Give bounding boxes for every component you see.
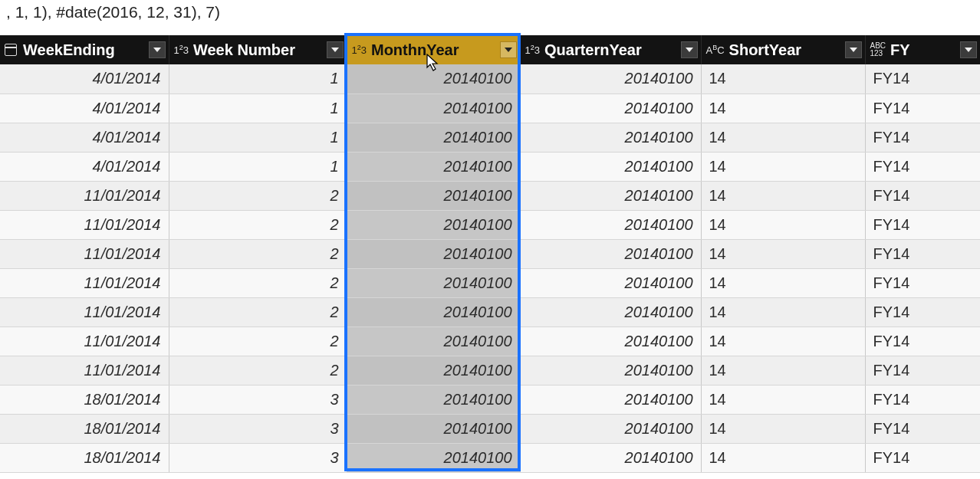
cell[interactable]: 20140100 bbox=[520, 356, 701, 385]
column-header-monthnyear[interactable]: 123MonthnYear bbox=[347, 35, 520, 64]
cell[interactable]: 4/01/2014 bbox=[0, 94, 169, 123]
table-row[interactable]: 11/01/20142201401002014010014FY14 bbox=[0, 326, 980, 356]
cell[interactable]: FY14 bbox=[865, 210, 980, 239]
cell[interactable]: 20140100 bbox=[520, 297, 701, 326]
cell[interactable]: 20140100 bbox=[520, 326, 701, 356]
cell[interactable]: FY14 bbox=[865, 385, 980, 414]
column-header-week-number[interactable]: 123Week Number bbox=[169, 35, 347, 64]
cell[interactable]: 20140100 bbox=[347, 356, 520, 385]
cell[interactable]: FY14 bbox=[865, 326, 980, 356]
cell[interactable]: 20140100 bbox=[520, 239, 701, 268]
cell[interactable]: 3 bbox=[169, 385, 347, 414]
cell[interactable]: 1 bbox=[169, 94, 347, 123]
formula-bar[interactable]: , 1, 1), #date(2016, 12, 31), 7) bbox=[0, 0, 980, 35]
cell[interactable]: 20140100 bbox=[347, 64, 520, 94]
cell[interactable]: 20140100 bbox=[347, 297, 520, 326]
table-row[interactable]: 4/01/20141201401002014010014FY14 bbox=[0, 94, 980, 123]
cell[interactable]: 3 bbox=[169, 414, 347, 443]
table-row[interactable]: 4/01/20141201401002014010014FY14 bbox=[0, 123, 980, 152]
cell[interactable]: 2 bbox=[169, 356, 347, 385]
cell[interactable]: 14 bbox=[701, 123, 865, 152]
filter-dropdown-icon[interactable] bbox=[960, 41, 977, 58]
cell[interactable]: 20140100 bbox=[347, 414, 520, 443]
table-row[interactable]: 11/01/20142201401002014010014FY14 bbox=[0, 356, 980, 385]
cell[interactable]: FY14 bbox=[865, 268, 980, 297]
cell[interactable]: 20140100 bbox=[520, 414, 701, 443]
cell[interactable]: FY14 bbox=[865, 356, 980, 385]
cell[interactable]: 14 bbox=[701, 64, 865, 94]
table-row[interactable]: 11/01/20142201401002014010014FY14 bbox=[0, 297, 980, 326]
cell[interactable]: 2 bbox=[169, 239, 347, 268]
table-row[interactable]: 18/01/20143201401002014010014FY14 bbox=[0, 414, 980, 443]
cell[interactable]: 11/01/2014 bbox=[0, 181, 169, 210]
cell[interactable]: FY14 bbox=[865, 64, 980, 94]
cell[interactable]: 14 bbox=[701, 385, 865, 414]
cell[interactable]: 3 bbox=[169, 443, 347, 472]
cell[interactable]: 18/01/2014 bbox=[0, 385, 169, 414]
cell[interactable]: 20140100 bbox=[520, 443, 701, 472]
cell[interactable]: FY14 bbox=[865, 123, 980, 152]
cell[interactable]: 20140100 bbox=[520, 152, 701, 181]
cell[interactable]: 20140100 bbox=[520, 64, 701, 94]
cell[interactable]: 1 bbox=[169, 123, 347, 152]
cell[interactable]: 2 bbox=[169, 297, 347, 326]
cell[interactable]: 20140100 bbox=[347, 443, 520, 472]
cell[interactable]: FY14 bbox=[865, 414, 980, 443]
table-row[interactable]: 4/01/20141201401002014010014FY14 bbox=[0, 64, 980, 94]
cell[interactable]: 20140100 bbox=[347, 123, 520, 152]
cell[interactable]: 14 bbox=[701, 268, 865, 297]
cell[interactable]: 2 bbox=[169, 181, 347, 210]
cell[interactable]: 1 bbox=[169, 152, 347, 181]
cell[interactable]: 2 bbox=[169, 326, 347, 356]
cell[interactable]: 20140100 bbox=[347, 268, 520, 297]
cell[interactable]: FY14 bbox=[865, 239, 980, 268]
cell[interactable]: 14 bbox=[701, 210, 865, 239]
cell[interactable]: 18/01/2014 bbox=[0, 414, 169, 443]
cell[interactable]: 20140100 bbox=[347, 239, 520, 268]
cell[interactable]: 2 bbox=[169, 210, 347, 239]
cell[interactable]: 20140100 bbox=[347, 210, 520, 239]
cell[interactable]: FY14 bbox=[865, 94, 980, 123]
table-row[interactable]: 11/01/20142201401002014010014FY14 bbox=[0, 268, 980, 297]
table-row[interactable]: 11/01/20142201401002014010014FY14 bbox=[0, 239, 980, 268]
cell[interactable]: 20140100 bbox=[347, 385, 520, 414]
cell[interactable]: 20140100 bbox=[347, 152, 520, 181]
cell[interactable]: 14 bbox=[701, 414, 865, 443]
table-row[interactable]: 18/01/20143201401002014010014FY14 bbox=[0, 443, 980, 472]
cell[interactable]: 4/01/2014 bbox=[0, 64, 169, 94]
cell[interactable]: 11/01/2014 bbox=[0, 326, 169, 356]
filter-dropdown-icon[interactable] bbox=[681, 41, 698, 58]
table-row[interactable]: 4/01/20141201401002014010014FY14 bbox=[0, 152, 980, 181]
column-header-shortyear[interactable]: ABCShortYear bbox=[701, 35, 865, 64]
cell[interactable]: 20140100 bbox=[520, 181, 701, 210]
cell[interactable]: 4/01/2014 bbox=[0, 152, 169, 181]
filter-dropdown-icon[interactable] bbox=[500, 41, 517, 58]
filter-dropdown-icon[interactable] bbox=[327, 41, 344, 58]
cell[interactable]: 14 bbox=[701, 239, 865, 268]
cell[interactable]: 20140100 bbox=[520, 385, 701, 414]
cell[interactable]: 20140100 bbox=[520, 94, 701, 123]
cell[interactable]: 11/01/2014 bbox=[0, 268, 169, 297]
cell[interactable]: FY14 bbox=[865, 297, 980, 326]
cell[interactable]: FY14 bbox=[865, 152, 980, 181]
cell[interactable]: 14 bbox=[701, 443, 865, 472]
cell[interactable]: 20140100 bbox=[347, 94, 520, 123]
cell[interactable]: 11/01/2014 bbox=[0, 356, 169, 385]
cell[interactable]: 14 bbox=[701, 181, 865, 210]
filter-dropdown-icon[interactable] bbox=[149, 41, 166, 58]
cell[interactable]: 1 bbox=[169, 64, 347, 94]
cell[interactable]: 14 bbox=[701, 326, 865, 356]
cell[interactable]: 14 bbox=[701, 152, 865, 181]
cell[interactable]: 14 bbox=[701, 356, 865, 385]
filter-dropdown-icon[interactable] bbox=[845, 41, 862, 58]
cell[interactable]: 20140100 bbox=[347, 326, 520, 356]
cell[interactable]: 11/01/2014 bbox=[0, 210, 169, 239]
column-header-weekending[interactable]: WeekEnding bbox=[0, 35, 169, 64]
cell[interactable]: 11/01/2014 bbox=[0, 297, 169, 326]
cell[interactable]: 20140100 bbox=[520, 268, 701, 297]
cell[interactable]: FY14 bbox=[865, 181, 980, 210]
column-header-fy[interactable]: ABC123FY bbox=[865, 35, 980, 64]
cell[interactable]: 11/01/2014 bbox=[0, 239, 169, 268]
cell[interactable]: 20140100 bbox=[520, 123, 701, 152]
cell[interactable]: 14 bbox=[701, 94, 865, 123]
